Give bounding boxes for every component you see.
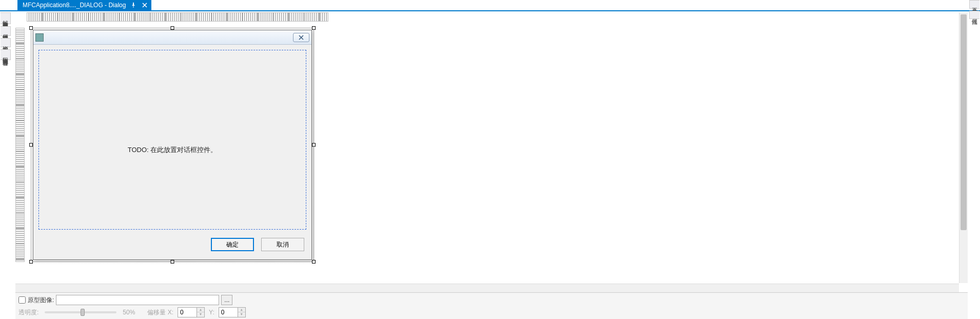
resize-handle-n[interactable] [171, 26, 174, 30]
offset-y-label: Y: [209, 309, 214, 316]
dialog-preview[interactable]: TODO: 在此放置对话框控件。 确定 取消 [33, 30, 312, 260]
resize-handle-se[interactable] [312, 260, 316, 264]
opacity-slider[interactable] [45, 311, 116, 313]
prototype-image-bar: 原型图像: ... 透明度: 50% 偏移量 X: ▲▼ Y: ▲▼ [15, 292, 968, 319]
offset-x-input[interactable] [178, 309, 197, 316]
opacity-value: 50% [123, 309, 135, 316]
cancel-button[interactable]: 取消 [261, 238, 304, 251]
vertical-scrollbar-thumb[interactable] [961, 14, 967, 230]
opacity-slider-thumb[interactable] [81, 309, 85, 316]
panel-tab-properties[interactable]: 属性 [969, 11, 979, 19]
document-tab-active[interactable]: MFCApplication8...._DIALOG - Dialog [17, 0, 151, 10]
offset-y-up-icon[interactable]: ▲ [238, 308, 245, 312]
prototype-label: 原型图像: [28, 296, 54, 305]
document-tab-title: MFCApplication8...._DIALOG - Dialog [23, 2, 126, 9]
offset-x-spinner[interactable]: ▲▼ [178, 307, 205, 317]
panel-tab-property-manager[interactable]: 属性管理器 [1, 26, 11, 36]
prototype-path-input[interactable] [56, 295, 219, 305]
resize-handle-w[interactable] [29, 143, 33, 147]
prototype-enable-checkbox[interactable] [18, 296, 26, 304]
pin-icon[interactable] [130, 2, 137, 9]
offset-y-spinner[interactable]: ▲▼ [219, 307, 246, 317]
offset-y-down-icon[interactable]: ▼ [238, 312, 245, 317]
panel-tab-solution-explorer[interactable]: 解决方案资源管理器 [1, 12, 11, 24]
resize-handle-ne[interactable] [312, 26, 316, 30]
ruler-horizontal [27, 12, 328, 22]
left-collapsed-panels: 解决方案资源管理器 属性管理器 资源视图 团队资源管理器 [0, 12, 11, 319]
dialog-button-row: 确定 取消 [211, 238, 304, 251]
dialog-guide-frame [38, 50, 306, 230]
dialog-close-button[interactable] [293, 33, 309, 42]
panel-tab-toolbox[interactable]: 工具箱 [969, 0, 979, 9]
offset-x-down-icon[interactable]: ▼ [197, 312, 204, 317]
dialog-design-surface[interactable]: TODO: 在此放置对话框控件。 确定 取消 [15, 12, 968, 292]
panel-tab-resource-view[interactable]: 资源视图 [1, 38, 11, 47]
offset-y-input[interactable] [219, 309, 238, 316]
panel-tab-team-explorer[interactable]: 团队资源管理器 [1, 49, 11, 60]
resize-handle-sw[interactable] [29, 260, 33, 264]
opacity-label: 透明度: [18, 308, 38, 317]
ok-button[interactable]: 确定 [211, 238, 254, 251]
dialog-todo-static-text[interactable]: TODO: 在此放置对话框控件。 [33, 145, 311, 155]
right-collapsed-panels: 工具箱 属性 [969, 0, 980, 319]
resize-handle-s[interactable] [171, 260, 174, 264]
prototype-browse-button[interactable]: ... [221, 295, 232, 305]
dialog-system-icon [35, 33, 44, 42]
offset-x-label: 偏移量 X: [147, 308, 173, 317]
dialog-selection-frame[interactable]: TODO: 在此放置对话框控件。 确定 取消 [31, 28, 314, 262]
resize-handle-nw[interactable] [29, 26, 33, 30]
close-icon[interactable] [141, 2, 148, 9]
document-tab-strip: MFCApplication8...._DIALOG - Dialog [0, 0, 980, 11]
vertical-scrollbar[interactable] [959, 12, 968, 283]
ruler-vertical [15, 28, 25, 262]
resize-handle-e[interactable] [312, 143, 316, 147]
dialog-titlebar[interactable] [33, 30, 311, 45]
horizontal-scrollbar[interactable] [15, 284, 959, 292]
offset-x-up-icon[interactable]: ▲ [197, 308, 204, 312]
dialog-client-area[interactable]: TODO: 在此放置对话框控件。 确定 取消 [33, 45, 311, 259]
